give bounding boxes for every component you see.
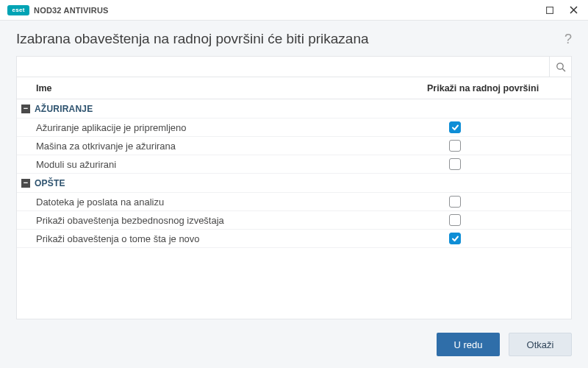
titlebar: eset NOD32 ANTIVIRUS <box>0 0 588 21</box>
item-label: Ažuriranje aplikacije je pripremljeno <box>17 122 424 133</box>
header: Izabrana obaveštenja na radnoj površini … <box>0 21 588 56</box>
help-icon[interactable]: ? <box>564 32 572 47</box>
checkbox-cell <box>424 140 571 152</box>
group-header[interactable]: −AŽURIRANJE <box>17 99 571 118</box>
show-on-desktop-checkbox[interactable] <box>449 140 461 152</box>
ok-button[interactable]: U redu <box>437 333 500 356</box>
content-panel: Ime Prikaži na radnoj površini −AŽURIRAN… <box>16 56 572 319</box>
search-row <box>17 57 571 77</box>
list-item: Moduli su ažurirani <box>17 155 571 174</box>
window-controls <box>539 2 584 18</box>
footer: U redu Otkaži <box>0 324 588 368</box>
item-label: Mašina za otkrivanje je ažurirana <box>17 141 424 152</box>
column-name: Ime <box>17 83 424 93</box>
group-header[interactable]: −OPŠTE <box>17 174 571 193</box>
list-item: Prikaži obaveštenja bezbednosnog izvešta… <box>17 211 571 230</box>
collapse-icon[interactable]: − <box>21 179 30 188</box>
table-body: −AŽURIRANJEAžuriranje aplikacije je prip… <box>17 99 571 319</box>
checkbox-cell <box>424 196 571 208</box>
item-label: Datoteka je poslata na analizu <box>17 197 424 208</box>
svg-rect-0 <box>547 7 553 13</box>
brand-logo-icon: eset <box>7 5 29 15</box>
list-item: Datoteka je poslata na analizu <box>17 193 571 211</box>
list-item: Prikaži obaveštenja o tome šta je novo <box>17 230 571 248</box>
checkbox-cell <box>424 158 571 170</box>
show-on-desktop-checkbox[interactable] <box>449 214 461 226</box>
close-button[interactable] <box>563 2 584 18</box>
column-show: Prikaži na radnoj površini <box>424 83 571 93</box>
show-on-desktop-checkbox[interactable] <box>449 233 461 244</box>
search-input[interactable] <box>17 57 549 77</box>
brand: eset NOD32 ANTIVIRUS <box>7 5 109 15</box>
table-header: Ime Prikaži na radnoj površini <box>17 77 571 99</box>
svg-point-1 <box>556 63 562 68</box>
checkbox-cell <box>424 233 571 244</box>
show-on-desktop-checkbox[interactable] <box>449 196 461 208</box>
maximize-button[interactable] <box>539 2 560 18</box>
checkbox-cell <box>424 214 571 226</box>
list-item: Ažuriranje aplikacije je pripremljeno <box>17 118 571 137</box>
collapse-icon[interactable]: − <box>21 105 30 113</box>
item-label: Prikaži obaveštenja o tome šta je novo <box>17 233 424 244</box>
cancel-button[interactable]: Otkaži <box>509 333 572 356</box>
list-item: Mašina za otkrivanje je ažurirana <box>17 137 571 155</box>
group-label: AŽURIRANJE <box>35 104 93 114</box>
item-label: Moduli su ažurirani <box>17 159 424 170</box>
show-on-desktop-checkbox[interactable] <box>449 158 461 170</box>
brand-product: NOD32 ANTIVIRUS <box>34 6 109 15</box>
item-label: Prikaži obaveštenja bezbednosnog izvešta… <box>17 215 424 226</box>
page-title: Izabrana obaveštenja na radnoj površini … <box>16 31 369 47</box>
show-on-desktop-checkbox[interactable] <box>449 121 461 133</box>
group-label: OPŠTE <box>35 178 65 188</box>
search-icon[interactable] <box>549 57 571 77</box>
checkbox-cell <box>424 121 571 133</box>
